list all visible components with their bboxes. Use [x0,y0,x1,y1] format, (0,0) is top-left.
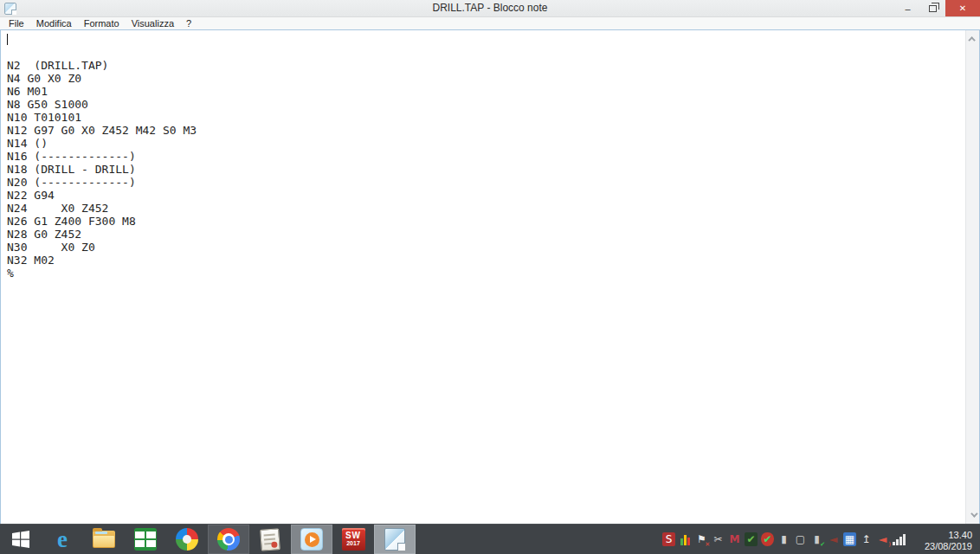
solidworks-icon: SW 2017 [342,528,365,551]
action-flag-icon[interactable]: ⚑✕ [693,530,710,549]
solidworks-monitor-icon[interactable]: S [661,530,677,549]
taskbar-media-player[interactable] [291,525,332,554]
text-caret [7,34,8,45]
menu-visualizza[interactable]: Visualizza [126,18,180,29]
system-tray: S⚑✕✂M✔✔▮▢▮✔◄▦↥◄) [661,530,907,549]
green-wallet-icon[interactable]: ✔ [743,530,759,549]
code-line: N10 T010101 [7,111,964,124]
title-bar: DRILL.TAP - Blocco note – ✕ [0,0,980,17]
antivirus-shield-icon[interactable]: ✔ [759,530,776,549]
code-line: N2 (DRILL.TAP) [7,59,964,72]
taskbar-clock[interactable]: 13.40 23/08/2019 [907,526,980,552]
display-icon[interactable]: ▢ [792,530,809,549]
restore-button[interactable] [920,0,945,16]
notepad-window: DRILL.TAP - Blocco note – ✕ FileModifica… [0,0,980,524]
taskbar-solidworks[interactable]: SW 2017 [332,525,374,554]
text-editor-area[interactable]: N2 (DRILL.TAP)N4 G0 X0 Z0N6 M01N8 G50 S1… [0,29,980,524]
restore-icon [929,5,937,12]
menu-[interactable]: ? [180,18,197,29]
code-line: % [7,267,964,280]
resource-meter-icon[interactable] [677,530,693,549]
internet-explorer-icon: e [57,528,68,551]
scroll-up-icon[interactable] [966,32,980,46]
ime-icon[interactable]: ▦ [841,530,858,549]
usb-eject-icon[interactable]: ▮✔ [809,530,825,549]
taskbar-document-app[interactable] [249,525,291,554]
volume-mute-icon[interactable]: ◄) [874,530,891,549]
safely-remove-icon[interactable]: ↥ [858,530,874,549]
media-player-icon [300,528,323,551]
menu-file[interactable]: File [3,18,30,29]
minimize-button[interactable]: – [895,0,920,16]
code-line: N18 (DRILL - DRILL) [7,163,964,176]
code-line: N26 G1 Z400 F300 M8 [7,215,964,228]
code-line: N8 G50 S1000 [7,98,964,111]
window-title: DRILL.TAP - Blocco note [0,2,980,14]
code-line: N24 X0 Z452 [7,202,964,215]
start-button[interactable] [0,525,42,554]
code-line [7,46,964,59]
volume-legacy-icon[interactable]: ◄ [825,530,841,549]
clock-time: 13.40 [912,530,972,541]
windows-store-icon [134,528,157,551]
taskbar-windows-store[interactable] [125,525,166,554]
chrome-icon [217,528,240,551]
code-line: N4 G0 X0 Z0 [7,72,964,85]
scroll-down-icon[interactable] [966,508,980,522]
clock-date: 23/08/2019 [912,541,972,552]
close-button[interactable]: ✕ [945,0,980,16]
code-line: N12 G97 G0 X0 Z452 M42 S0 M3 [7,124,964,137]
code-line: N14 () [7,137,964,150]
menu-formato[interactable]: Formato [78,18,126,29]
taskbar-format-factory[interactable] [166,525,208,554]
editor-text: N2 (DRILL.TAP)N4 G0 X0 Z0N6 M01N8 G50 S1… [7,33,964,524]
code-line: N22 G94 [7,189,964,202]
menu-modifica[interactable]: Modifica [30,18,78,29]
code-line: N16 (-------------) [7,150,964,163]
vertical-scrollbar[interactable] [965,30,979,524]
format-factory-icon [176,528,198,551]
taskbar-notepad[interactable] [374,525,416,554]
code-line: N6 M01 [7,85,964,98]
code-line: N32 M02 [7,254,964,267]
code-line [7,33,964,46]
malwarebytes-icon[interactable]: M [726,530,743,549]
document-app-icon [260,528,280,551]
code-line: N28 G0 Z452 [7,228,964,241]
taskbar-file-explorer[interactable] [83,525,125,554]
windows-logo-icon [12,531,29,548]
usb-device-icon[interactable]: ▮ [776,530,792,549]
taskbar-internet-explorer[interactable]: e [42,525,83,554]
taskbar-chrome[interactable] [208,525,249,554]
menu-bar: FileModificaFormatoVisualizza? [0,17,980,29]
network-signal-icon[interactable] [891,530,907,549]
file-explorer-icon [93,531,115,548]
notepad-icon [384,528,405,551]
code-line: N20 (-------------) [7,176,964,189]
snipping-icon[interactable]: ✂ [710,530,726,549]
code-line: N30 X0 Z0 [7,241,964,254]
taskbar: e SW 2017 S⚑✕✂M✔✔▮▢▮✔◄▦↥◄) 13 [0,524,980,554]
